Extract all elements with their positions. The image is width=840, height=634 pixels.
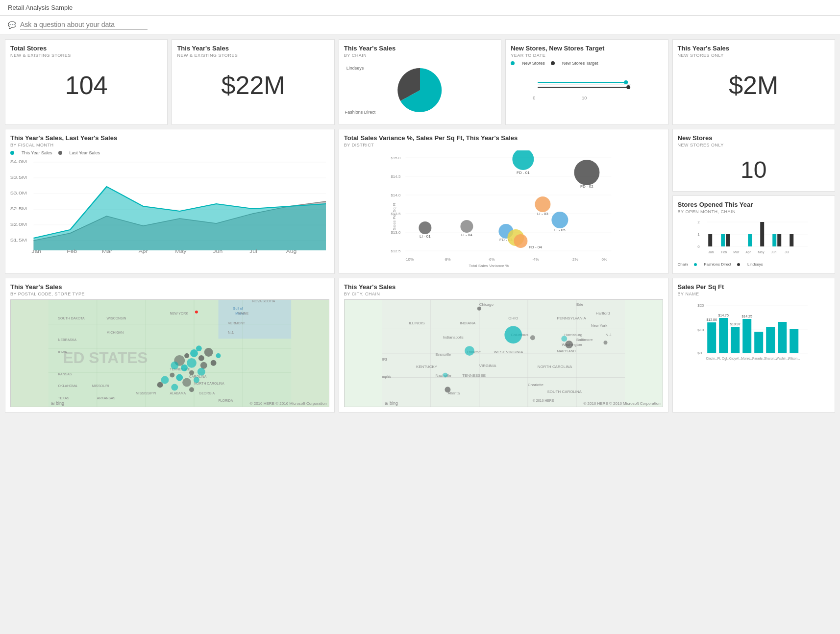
- svg-rect-200: [719, 318, 728, 353]
- legend-lastyear-label: Last Year Sales: [70, 150, 100, 155]
- svg-text:$12.86: $12.86: [706, 318, 717, 321]
- card-stores-opened: Stores Opened This Year BY OPEN MONTH, C…: [672, 195, 835, 274]
- svg-text:$1.5M: $1.5M: [10, 238, 27, 243]
- svg-text:MICHIGAN: MICHIGAN: [107, 331, 124, 334]
- svg-rect-207: [766, 327, 775, 353]
- svg-point-133: [171, 362, 178, 369]
- svg-text:N.J.: N.J.: [228, 331, 234, 334]
- svg-point-134: [216, 353, 221, 358]
- total-stores-value: 104: [10, 61, 162, 105]
- new-stores-value: 10: [678, 150, 830, 186]
- total-stores-title: Total Stores: [10, 45, 162, 52]
- svg-rect-78: [777, 234, 781, 246]
- sales-new-existing-value: $22M: [177, 61, 329, 105]
- qa-icon: 💬: [8, 21, 16, 29]
- svg-text:-2%: -2%: [571, 257, 578, 262]
- svg-text:Mar: Mar: [733, 250, 740, 254]
- svg-rect-76: [760, 222, 764, 246]
- legend-li-label-sm: Lindseys: [747, 262, 763, 267]
- new-stores-target-subtitle: YEAR TO DATE: [511, 53, 663, 58]
- card-new-stores-top: New Stores NEW STORES ONLY 10: [672, 129, 835, 192]
- svg-point-51: [574, 160, 599, 185]
- svg-point-187: [603, 341, 607, 344]
- svg-point-136: [182, 378, 191, 387]
- svg-text:$0: $0: [697, 351, 702, 355]
- svg-text:⊞ bing: ⊞ bing: [51, 401, 64, 406]
- postal-map-subtitle: BY POSTAL CODE, STORE TYPE: [10, 292, 329, 296]
- svg-point-129: [189, 370, 194, 375]
- svg-text:WISCONSIN: WISCONSIN: [107, 317, 126, 320]
- legend-fd-label-sm: Fashions Direct: [704, 262, 732, 267]
- svg-rect-77: [772, 234, 776, 246]
- card-sales-sqft: Sales Per Sq Ft BY NAME $20 $10 $0 $12.8…: [672, 278, 835, 413]
- svg-text:Jun: Jun: [213, 249, 223, 254]
- svg-text:OHIO: OHIO: [508, 316, 518, 320]
- postal-map-svg: ED STATES SOUTH DAKOTA WISCONSIN NEW YOR…: [11, 300, 329, 407]
- dot-chart: 0 10: [511, 68, 663, 108]
- new-stores-subtitle: NEW STORES ONLY: [678, 143, 830, 147]
- svg-text:$2.0M: $2.0M: [10, 222, 27, 227]
- svg-text:Charlotte: Charlotte: [528, 383, 544, 387]
- svg-text:$14.5: $14.5: [391, 174, 401, 179]
- bar-chart-sqft: $20 $10 $0 $12.86 $14.75 $10.97 $14: [678, 299, 830, 358]
- svg-point-53: [535, 196, 550, 212]
- svg-rect-202: [731, 327, 740, 353]
- svg-text:New York: New York: [591, 323, 607, 328]
- svg-text:$14.75: $14.75: [718, 314, 729, 317]
- app-title: Retail Analysis Sample: [8, 4, 73, 11]
- svg-point-185: [561, 336, 567, 341]
- sales-by-chain-title: This Year's Sales: [344, 45, 496, 52]
- svg-point-127: [204, 348, 213, 357]
- svg-text:Apr: Apr: [139, 249, 148, 254]
- svg-text:LI - 01: LI - 01: [420, 234, 431, 239]
- svg-text:Baltimore: Baltimore: [576, 338, 593, 342]
- svg-text:$20: $20: [697, 303, 704, 308]
- pie-label-fashions: Fashions Direct: [345, 110, 376, 115]
- bar-chart-sm: 2 1 0: [678, 217, 830, 261]
- svg-point-55: [460, 220, 473, 233]
- svg-point-183: [465, 346, 474, 356]
- svg-point-139: [161, 376, 169, 384]
- svg-rect-75: [748, 234, 752, 246]
- svg-point-184: [565, 341, 573, 348]
- svg-text:Parade...: Parade...: [752, 357, 766, 360]
- legend-dot-thisyear: [10, 151, 14, 155]
- svg-text:FD - 02: FD - 02: [580, 184, 593, 189]
- scatter-container: $15.0 $14.5 $14.0 $13.5 $13.0 $12.5 Sale…: [344, 150, 663, 263]
- qa-input[interactable]: [20, 20, 148, 30]
- svg-point-126: [196, 345, 202, 351]
- svg-text:-6%: -6%: [488, 257, 494, 262]
- sales-new-only-title: This Year's Sales: [678, 45, 830, 52]
- legend-dot-new: [511, 61, 515, 65]
- svg-text:$14.25: $14.25: [741, 315, 752, 318]
- svg-text:Knoyvil...: Knoyvil...: [729, 357, 742, 361]
- svg-point-130: [198, 368, 205, 376]
- app-header: Retail Analysis Sample: [0, 0, 840, 16]
- svg-text:Feb: Feb: [67, 249, 77, 254]
- svg-text:FD - 04: FD - 04: [529, 245, 542, 249]
- svg-point-131: [211, 360, 217, 366]
- svg-text:LI - 03: LI - 03: [537, 212, 548, 216]
- svg-point-142: [189, 387, 194, 392]
- card-city-map: This Year's Sales BY CITY, CHAIN Chicago…: [339, 278, 668, 413]
- svg-rect-72: [708, 234, 712, 246]
- svg-point-137: [176, 374, 183, 381]
- postal-map-copyright: © 2016 HERE © 2016 Microsoft Corporation: [250, 401, 327, 406]
- svg-rect-73: [721, 234, 725, 246]
- sales-by-chain-subtitle: BY CHAIN: [344, 53, 496, 58]
- stores-opened-subtitle: BY OPEN MONTH, CHAIN: [678, 209, 830, 214]
- svg-text:2: 2: [697, 220, 700, 224]
- svg-text:Sales Per Sq Ft: Sales Per Sq Ft: [392, 202, 396, 230]
- city-map-copyright: © 2016 HERE © 2016 Microsoft Corporation: [583, 401, 660, 406]
- svg-text:Evansville: Evansville: [435, 353, 450, 356]
- svg-point-122: [198, 355, 204, 361]
- svg-text:FD - 01: FD - 01: [517, 171, 530, 175]
- dashboard: Total Stores NEW & EXISTING STORES 104 T…: [0, 34, 840, 417]
- svg-rect-209: [790, 329, 798, 353]
- svg-text:0%: 0%: [601, 257, 607, 262]
- legend-dot-target: [551, 61, 555, 65]
- svg-text:SOUTH DAKOTA: SOUTH DAKOTA: [58, 317, 84, 320]
- svg-text:NORTH CAROLINA: NORTH CAROLINA: [194, 382, 224, 385]
- svg-text:LI - 04: LI - 04: [461, 233, 472, 237]
- svg-point-6: [626, 85, 630, 89]
